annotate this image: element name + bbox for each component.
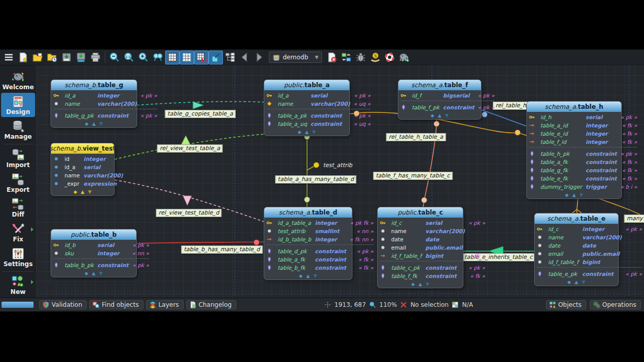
zoom-out-button[interactable] <box>107 51 122 64</box>
nav-forward-button[interactable] <box>252 51 266 64</box>
relationship-label[interactable]: table_f_has_many_table_c <box>373 172 453 180</box>
relationship-label[interactable]: rel_table_h_table_a <box>386 133 446 141</box>
collapse-diamond-icon[interactable]: ◆ <box>565 192 569 198</box>
zoom-in-button[interactable] <box>136 51 151 64</box>
rel-table-b-has-many-table-d-point[interactable] <box>254 240 260 245</box>
scroll-up-icon[interactable]: ▲ <box>92 121 96 126</box>
scroll-down-icon[interactable]: ▼ <box>445 113 448 118</box>
scroll-up-icon[interactable]: ▲ <box>572 192 576 198</box>
rel-view-test-table-a-arrow[interactable] <box>181 136 190 145</box>
table-table_a[interactable]: public.table_aid_aserial« pk »namevarcha… <box>264 80 349 136</box>
table-header[interactable]: public.table_c <box>378 207 463 218</box>
main-menu[interactable] <box>2 51 16 64</box>
sidebar-item-fix[interactable]: Fix <box>1 220 35 244</box>
nav-back-button[interactable] <box>237 51 252 64</box>
view-view_test[interactable]: schema_b.view_testidintegerid_aserialnam… <box>51 143 114 195</box>
scroll-down-icon[interactable]: ▼ <box>313 273 317 278</box>
scroll-up-icon[interactable]: ▲ <box>305 129 309 135</box>
layers-button[interactable]: Layers <box>146 300 184 309</box>
show-grid-button[interactable] <box>165 51 180 64</box>
rel-table-f-has-many-table-c-point[interactable] <box>434 121 440 127</box>
scroll-down-icon[interactable]: ▼ <box>582 279 585 285</box>
scroll-up-icon[interactable]: ▲ <box>307 273 310 278</box>
table-header[interactable]: schema_a.table_e <box>535 213 618 224</box>
sidebar-item-settings[interactable]: Settings <box>1 245 35 269</box>
table-table_h[interactable]: schema_a.table_hid_hserial« pk »table_a_… <box>527 102 621 199</box>
rel-table-f-has-many-table-c-point[interactable] <box>422 198 427 203</box>
sidebar-item-welcome[interactable]: Welcome <box>1 68 35 92</box>
donate-button[interactable]: S <box>368 51 382 64</box>
zoom-original-button[interactable]: 1:1 <box>122 51 136 64</box>
magnify-tool-button[interactable] <box>151 51 165 64</box>
table-header[interactable]: public.table_b <box>51 229 136 240</box>
collapse-diamond-icon[interactable]: ◆ <box>411 282 415 287</box>
validation-button[interactable]: Validation <box>39 300 87 309</box>
sidebar-item-export[interactable]: Export <box>1 171 35 195</box>
relationship-label[interactable]: rel_view_test_table_a <box>157 144 222 153</box>
table-table_d[interactable]: schema_a.table_did_a_table_ainteger« pk … <box>264 207 352 279</box>
table-table_f[interactable]: schema_a.table_fid_fbigserial« pk »table… <box>398 80 481 119</box>
scroll-down-icon[interactable]: ▼ <box>579 192 583 198</box>
relationship-label[interactable]: table_g_copies_table_a <box>165 110 236 118</box>
scroll-up-icon[interactable]: ▲ <box>92 271 95 276</box>
rel-table-g-copies-table-a-arrow[interactable] <box>193 102 203 109</box>
collapse-diamond-icon[interactable]: ◆ <box>74 189 77 194</box>
rel-table-h-table-a-point[interactable] <box>515 130 521 136</box>
collapse-diamond-icon[interactable]: ◆ <box>85 121 89 126</box>
print-button[interactable] <box>88 51 103 64</box>
find-objects-button[interactable]: Find objects <box>89 300 143 309</box>
table-header[interactable]: schema_a.table_f <box>398 80 481 90</box>
scroll-down-icon[interactable]: ▼ <box>99 271 103 276</box>
table-header[interactable]: schema_b.table_g <box>51 80 137 90</box>
scroll-down-icon[interactable]: ▼ <box>99 121 103 126</box>
rel-table-h-table-e[interactable] <box>572 199 582 213</box>
collapse-diamond-icon[interactable]: ◆ <box>85 271 88 276</box>
database-selector[interactable]: demodb▼ <box>269 52 322 63</box>
table-table_b[interactable]: public.table_bid_bserial« pk »skuinteger… <box>51 229 136 277</box>
debug-button[interactable] <box>353 51 368 64</box>
snap-to-grid-button[interactable] <box>194 51 208 64</box>
scroll-up-icon[interactable]: ▲ <box>418 282 422 287</box>
rel-table-h-blue[interactable] <box>480 110 527 126</box>
sidebar-item-design[interactable]: Design <box>1 93 35 117</box>
model-canvas[interactable]: schema_b.table_gid_ainteger« pk »namevar… <box>36 65 644 298</box>
sidebar-item-manage[interactable]: Manage <box>1 118 35 142</box>
scroll-down-icon[interactable]: ▼ <box>312 129 316 135</box>
swap-ids-button[interactable] <box>339 51 353 64</box>
collapse-diamond-icon[interactable]: ◆ <box>568 279 571 285</box>
open-model-button[interactable] <box>30 51 45 64</box>
table-header[interactable]: schema_a.table_d <box>264 207 352 218</box>
relationship-label[interactable]: table_b_has_many_table_d <box>181 245 263 254</box>
close-model-button[interactable] <box>325 51 339 64</box>
align-to-grid-button[interactable] <box>180 51 194 64</box>
collapse-diamond-icon[interactable]: ◆ <box>298 129 301 135</box>
rel-table-a-has-many-table-d-point[interactable] <box>304 197 310 203</box>
recent-models-button[interactable] <box>45 51 59 64</box>
relationship-label[interactable]: table_a_has_many_table_d <box>275 175 356 184</box>
sidebar-item-diff[interactable]: Diff <box>1 195 35 220</box>
rel-view-test-table-d-arrow[interactable] <box>183 196 191 205</box>
rel-table-h-blue-point[interactable] <box>482 112 488 118</box>
operations-button[interactable]: Operations <box>590 300 641 309</box>
scroll-down-icon[interactable]: ▼ <box>426 282 429 287</box>
plugins-button[interactable] <box>397 51 411 64</box>
rel-test-attrib-stub-point[interactable] <box>314 162 319 168</box>
scroll-down-icon[interactable]: ▼ <box>88 189 91 194</box>
table-table_g[interactable]: schema_b.table_gid_ainteger« pk »namevar… <box>51 80 137 127</box>
sidebar-item-import[interactable]: Import <box>1 146 35 170</box>
save-as-button[interactable] <box>74 51 88 64</box>
relationship-label[interactable]: many <box>624 215 644 223</box>
table-header[interactable]: public.table_a <box>264 80 349 90</box>
save-model-button[interactable] <box>59 51 74 64</box>
sidebar-item-new[interactable]: New <box>1 273 35 297</box>
table-table_e[interactable]: schema_a.table_eid_cinteger« pk »namevar… <box>535 213 618 286</box>
rel-table-f-has-many-table-c[interactable] <box>423 118 437 207</box>
rel-table-b-has-many-table-d[interactable] <box>137 242 264 243</box>
scroll-up-icon[interactable]: ▲ <box>438 113 442 118</box>
table-header[interactable]: schema_b.view_test <box>51 143 114 154</box>
relationship-label[interactable]: rel_view_test_table_d <box>156 209 221 217</box>
collapse-diamond-icon[interactable]: ◆ <box>299 273 303 278</box>
scroll-up-icon[interactable]: ▲ <box>575 279 578 285</box>
objects-button[interactable]: Objects <box>546 300 586 309</box>
table-table_c[interactable]: public.table_cid_cserial« pk »namevarcha… <box>378 207 463 288</box>
